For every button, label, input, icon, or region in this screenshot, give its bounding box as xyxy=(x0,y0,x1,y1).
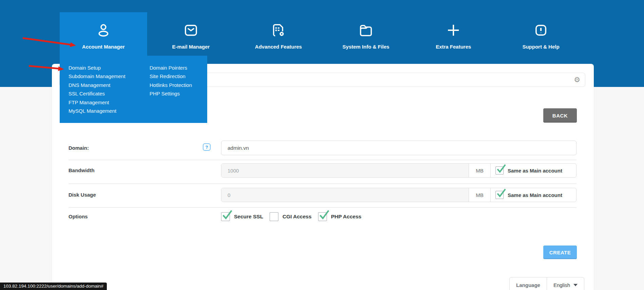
nav-label: Extra Features xyxy=(436,44,471,50)
language-selector: Language English xyxy=(509,277,584,290)
back-button[interactable]: BACK xyxy=(543,108,577,123)
account-manager-dropdown: Domain Setup Subdomain Management DNS Ma… xyxy=(60,56,207,123)
nav-label: E-mail Manager xyxy=(172,44,210,50)
row-divider xyxy=(69,207,577,208)
nav-item-account-manager[interactable]: Account Manager xyxy=(60,12,147,56)
language-value: English xyxy=(553,282,570,288)
page: Account Manager E-mail Manager xyxy=(0,0,644,290)
nav-item-advanced-features[interactable]: Advanced Features xyxy=(235,12,322,56)
option-php-access[interactable]: PHP Access xyxy=(318,212,362,221)
disk-same-as-main[interactable]: Same as Main account xyxy=(490,188,576,202)
menu-item-hotlinks-protection[interactable]: Hotlinks Protection xyxy=(150,81,192,89)
disk-same-checkbox[interactable] xyxy=(495,191,504,199)
chevron-down-icon xyxy=(573,284,578,286)
bandwidth-field-wrap xyxy=(221,164,469,177)
nav-item-extra-features[interactable]: Extra Features xyxy=(410,12,497,56)
nav-label: Support & Help xyxy=(522,44,559,50)
menu-item-site-redirection[interactable]: Site Redirection xyxy=(150,72,192,80)
help-icon[interactable]: ? xyxy=(203,143,211,151)
bandwidth-input[interactable] xyxy=(221,168,469,174)
bandwidth-same-as-main[interactable]: Same as Main account xyxy=(490,164,576,177)
dropdown-column-2: Domain Pointers Site Redirection Hotlink… xyxy=(150,64,192,98)
bandwidth-input-group: MB Same as Main account xyxy=(221,163,577,178)
gear-icon[interactable]: ⚙ xyxy=(574,76,580,84)
menu-item-ssl-certificates[interactable]: SSL Certificates xyxy=(69,89,125,98)
option-secure-ssl[interactable]: Secure SSL xyxy=(221,212,263,221)
language-dropdown[interactable]: English xyxy=(547,277,584,290)
envelope-icon xyxy=(183,22,199,38)
disk-usage-input[interactable] xyxy=(221,192,469,198)
nav-label: Account Manager xyxy=(82,44,125,50)
disk-usage-input-group: MB Same as Main account xyxy=(221,188,577,202)
row-divider xyxy=(69,183,577,184)
same-as-main-label: Same as Main account xyxy=(508,168,562,174)
menu-item-domain-setup[interactable]: Domain Setup xyxy=(69,64,125,72)
php-access-label: PHP Access xyxy=(331,214,362,220)
disk-field-wrap xyxy=(221,188,469,202)
secure-ssl-checkbox[interactable] xyxy=(221,212,230,221)
menu-item-domain-pointers[interactable]: Domain Pointers xyxy=(150,64,192,72)
same-as-main-label: Same as Main account xyxy=(508,192,562,198)
status-url-bar: 103.82.194.100:2222/user/domains/add-dom… xyxy=(0,283,107,290)
disk-usage-label: Disk Usage xyxy=(69,188,96,202)
folder-icon xyxy=(358,22,374,38)
menu-item-dns-management[interactable]: DNS Management xyxy=(69,81,125,89)
user-icon xyxy=(96,22,111,38)
nav-item-email-manager[interactable]: E-mail Manager xyxy=(147,12,235,56)
domain-label: Domain: xyxy=(69,141,89,155)
nav-label: Advanced Features xyxy=(255,44,302,50)
nav-label: System Info & Files xyxy=(343,44,389,50)
disk-unit: MB xyxy=(469,188,490,202)
menu-item-mysql-management[interactable]: MySQL Management xyxy=(69,107,125,115)
dropdown-column-1: Domain Setup Subdomain Management DNS Ma… xyxy=(69,64,125,115)
cgi-access-label: CGI Access xyxy=(282,214,312,220)
exclamation-icon xyxy=(533,22,549,38)
nav-item-system-info-files[interactable]: System Info & Files xyxy=(322,12,410,56)
document-gear-icon xyxy=(271,22,286,38)
options-label: Options xyxy=(69,212,88,221)
bandwidth-label: Bandwidth xyxy=(69,163,95,178)
plus-icon xyxy=(446,22,461,38)
domain-input[interactable] xyxy=(221,141,577,155)
create-button[interactable]: CREATE xyxy=(543,246,577,259)
bandwidth-unit: MB xyxy=(469,164,490,177)
menu-item-php-settings[interactable]: PHP Settings xyxy=(150,89,192,98)
php-access-checkbox[interactable] xyxy=(318,212,327,221)
menu-item-ftp-management[interactable]: FTP Management xyxy=(69,98,125,107)
menu-item-subdomain-management[interactable]: Subdomain Management xyxy=(69,72,125,80)
secure-ssl-label: Secure SSL xyxy=(234,214,263,220)
option-cgi-access[interactable]: CGI Access xyxy=(270,212,312,221)
bandwidth-same-checkbox[interactable] xyxy=(495,166,504,175)
language-label: Language xyxy=(510,277,547,290)
row-divider xyxy=(69,160,577,160)
nav-item-support-help[interactable]: Support & Help xyxy=(497,12,585,56)
cgi-access-checkbox[interactable] xyxy=(270,212,278,221)
